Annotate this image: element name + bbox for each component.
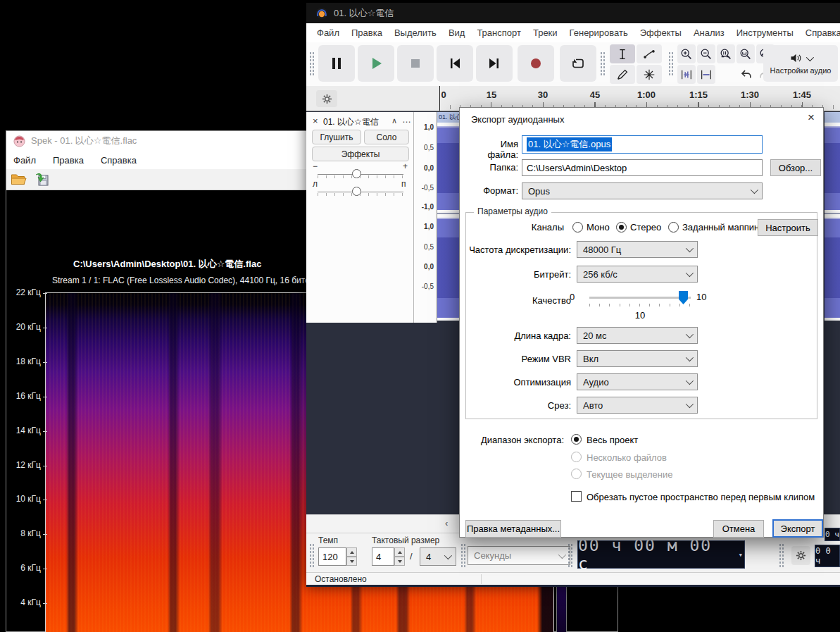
- bitrate-select[interactable]: 256 кб/с: [577, 266, 698, 283]
- pause-button[interactable]: [318, 45, 355, 82]
- toolbar-grip[interactable]: [600, 51, 606, 75]
- play-button[interactable]: [358, 45, 394, 82]
- file-name-input[interactable]: 01. 以心☆電信.opus: [522, 135, 763, 154]
- menu-help[interactable]: Справка: [805, 27, 840, 38]
- zoom-fit-button[interactable]: [736, 44, 755, 63]
- toolbar-grip[interactable]: [668, 51, 674, 75]
- save-icon[interactable]: [35, 172, 50, 187]
- draw-tool-button[interactable]: [610, 65, 635, 84]
- zoom-out-button[interactable]: [697, 44, 715, 63]
- clip-header[interactable]: [825, 112, 840, 123]
- record-button[interactable]: [518, 45, 554, 82]
- spek-menu-help[interactable]: Справка: [101, 155, 137, 166]
- timeline-options-button[interactable]: [316, 90, 337, 107]
- stop-button[interactable]: [397, 45, 434, 82]
- current-selection-radio[interactable]: [571, 469, 582, 479]
- menu-generate[interactable]: Генерировать: [570, 27, 628, 38]
- zoom-in-button[interactable]: [677, 44, 696, 63]
- selection-units-select[interactable]: Секунды: [468, 546, 570, 565]
- timesig-stepper[interactable]: [394, 547, 405, 566]
- menu-effects[interactable]: Эффекты: [640, 27, 682, 38]
- selection-time-display[interactable]: 00 ч 00 м 00 с ▾: [577, 540, 745, 569]
- chevron-down-icon[interactable]: ▾: [738, 550, 744, 559]
- vbr-mode-select[interactable]: Вкл: [577, 350, 698, 367]
- stereo-radio[interactable]: [616, 222, 627, 233]
- menu-edit[interactable]: Правка: [351, 27, 382, 38]
- mute-button[interactable]: Глушить: [312, 130, 361, 144]
- cutoff-select[interactable]: Авто: [577, 397, 698, 414]
- envelope-tool-button[interactable]: [637, 44, 662, 63]
- scale-value: 0,0: [424, 164, 434, 172]
- scroll-left-arrow[interactable]: ‹: [445, 518, 448, 528]
- timeline-tick-label: 1:00: [637, 89, 656, 100]
- vertical-scale-ruler[interactable]: 1,0 0,5 0,0 -0,5 -1,0 1,0 0,5 0,0 -0,5: [414, 112, 437, 323]
- folder-input[interactable]: C:\Users\Admin\Desktop: [522, 159, 763, 176]
- track-collapse-button[interactable]: ∧: [391, 116, 397, 125]
- zoom-selection-button[interactable]: [717, 44, 735, 63]
- tempo-input[interactable]: 120: [318, 547, 346, 566]
- selection-tool-button[interactable]: [610, 44, 635, 63]
- ibeam-icon: [615, 47, 629, 61]
- trim-blank-space-checkbox[interactable]: [571, 491, 582, 502]
- skip-start-button[interactable]: [437, 45, 473, 82]
- time-display-fragment[interactable]: 0 ч: [825, 528, 840, 541]
- frame-duration-select[interactable]: 20 мс: [577, 327, 698, 344]
- menu-select[interactable]: Выделить: [394, 27, 437, 38]
- toolbar-grip[interactable]: [309, 51, 315, 75]
- configure-button[interactable]: Настроить: [758, 219, 818, 236]
- menu-view[interactable]: Вид: [449, 27, 465, 38]
- browse-button[interactable]: Обзор...: [770, 159, 821, 176]
- menu-tools[interactable]: Инструменты: [736, 27, 794, 38]
- clip-header[interactable]: 01. 以心☆電信: [437, 112, 459, 123]
- spek-menu-edit[interactable]: Правка: [53, 155, 84, 166]
- menu-analyze[interactable]: Анализ: [694, 27, 725, 38]
- export-button[interactable]: Экспорт: [772, 519, 823, 538]
- audio-setup-button[interactable]: Настройки аудио: [763, 45, 838, 82]
- solo-button[interactable]: Соло: [364, 130, 409, 144]
- quality-slider-track[interactable]: [589, 297, 691, 299]
- optimization-select[interactable]: Аудио: [577, 373, 698, 390]
- menu-file[interactable]: Файл: [317, 27, 339, 38]
- toolbar-grip[interactable]: [309, 543, 315, 567]
- pan-slider-thumb[interactable]: [352, 187, 361, 196]
- open-folder-icon[interactable]: [11, 173, 27, 187]
- track-name[interactable]: 01. 以心☆電信: [323, 116, 389, 128]
- multi-tool-button[interactable]: [637, 65, 662, 84]
- effects-button[interactable]: Эффекты: [312, 147, 409, 161]
- scale-value: 0,0: [424, 263, 434, 271]
- audio-clip[interactable]: 01. 以心☆電信: [437, 112, 459, 323]
- whole-project-radio[interactable]: [571, 434, 582, 445]
- menu-transport[interactable]: Транспорт: [477, 27, 521, 38]
- tempo-stepper[interactable]: [346, 547, 357, 566]
- custom-mapping-radio[interactable]: [668, 222, 679, 233]
- spek-menu-file[interactable]: Файл: [13, 155, 36, 166]
- audio-clip[interactable]: [825, 112, 840, 323]
- skip-end-button[interactable]: [476, 45, 513, 82]
- timesig-upper-input[interactable]: 4: [372, 547, 394, 566]
- trim-audio-button[interactable]: [677, 65, 696, 84]
- edit-metadata-button[interactable]: Правка метаданных...: [465, 520, 561, 538]
- settings-button[interactable]: [791, 546, 810, 565]
- toolbar-grip[interactable]: [568, 543, 573, 567]
- format-select[interactable]: Opus: [522, 182, 763, 199]
- sample-rate-select[interactable]: 48000 Гц: [577, 241, 698, 258]
- toolbar-grip[interactable]: [779, 543, 784, 567]
- timesig-lower-select[interactable]: 4: [420, 547, 456, 566]
- freq-axis-label: 4 кГц: [8, 597, 41, 607]
- gain-slider-thumb[interactable]: [352, 169, 361, 178]
- mono-radio[interactable]: [572, 222, 583, 233]
- undo-button[interactable]: [736, 65, 755, 84]
- silence-audio-button[interactable]: [697, 65, 715, 84]
- loop-button[interactable]: [560, 45, 596, 82]
- menu-tracks[interactable]: Треки: [533, 27, 558, 38]
- multiple-files-radio[interactable]: [571, 452, 582, 462]
- track-close-button[interactable]: ×: [313, 116, 318, 126]
- toolbar-grip[interactable]: [460, 543, 466, 567]
- folder-label: Папка:: [471, 162, 518, 173]
- track-menu-button[interactable]: …: [402, 114, 411, 125]
- cancel-button[interactable]: Отмена: [713, 520, 764, 538]
- audacity-titlebar[interactable]: 01. 以心☆電信: [306, 3, 840, 23]
- time-display-fragment[interactable]: 0 0 ч: [815, 545, 840, 567]
- bitrate-label: Битрейт:: [465, 269, 571, 280]
- dialog-close-button[interactable]: ×: [808, 111, 815, 125]
